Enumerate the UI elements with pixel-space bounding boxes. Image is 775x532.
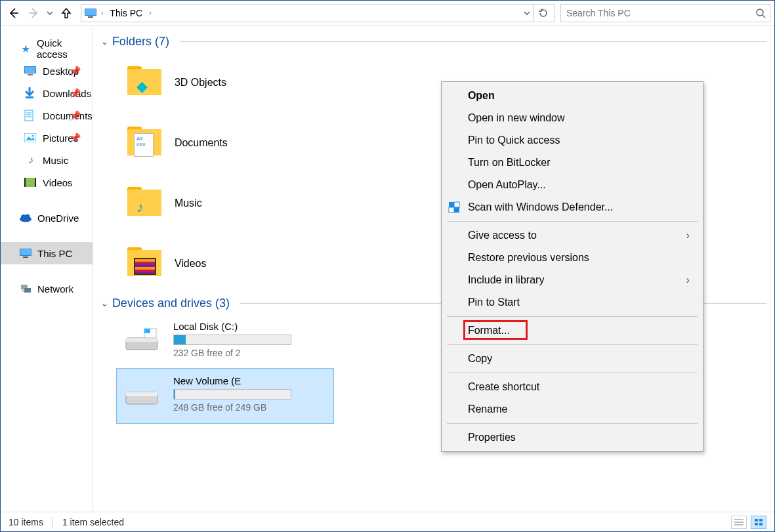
ctx-restore-versions[interactable]: Restore previous versions: [443, 247, 702, 269]
pin-icon: 📌: [70, 66, 81, 76]
ctx-open[interactable]: Open: [443, 85, 702, 107]
section-title: Folders (7): [112, 35, 169, 49]
chevron-down-icon: ⌄: [101, 298, 108, 308]
ctx-pin-start[interactable]: Pin to Start: [443, 291, 702, 314]
separator: [447, 344, 698, 345]
tree-label: Documents: [43, 110, 93, 121]
tree-label: Downloads: [43, 88, 91, 99]
nav-forward-button[interactable]: [24, 4, 43, 22]
svg-rect-42: [755, 519, 758, 522]
ctx-include-library[interactable]: Include in library ›: [443, 269, 702, 291]
address-bar[interactable]: › This PC ›: [81, 4, 555, 22]
status-bar: 10 items 1 item selected: [1, 512, 774, 531]
tree-pictures[interactable]: Pictures 📌: [1, 127, 93, 149]
drive-new-volume-e[interactable]: New Volume (E 248 GB free of 249 GB: [117, 369, 333, 423]
tree-onedrive[interactable]: OneDrive: [1, 207, 93, 229]
section-folders-header[interactable]: ⌄ Folders (7): [101, 35, 766, 49]
search-icon[interactable]: [755, 8, 766, 18]
folder-music[interactable]: ♪ Music: [127, 173, 291, 234]
svg-rect-2: [88, 16, 93, 18]
address-dropdown[interactable]: [523, 9, 531, 17]
breadcrumb-this-pc[interactable]: This PC: [107, 7, 145, 20]
svg-rect-9: [25, 110, 33, 121]
tree-label: Videos: [43, 177, 73, 188]
pin-icon: 📌: [70, 88, 81, 98]
svg-rect-17: [26, 178, 35, 187]
tree-label: Music: [43, 155, 68, 166]
network-icon: [19, 283, 32, 294]
search-input[interactable]: [565, 7, 755, 19]
context-menu: Open Open in new window Pin to Quick acc…: [441, 81, 703, 452]
cloud-icon: [19, 213, 32, 222]
ctx-open-new-window[interactable]: Open in new window: [443, 107, 702, 129]
ctx-create-shortcut[interactable]: Create shortcut: [443, 376, 702, 398]
nav-up-button[interactable]: [57, 4, 75, 22]
view-details-button[interactable]: [731, 516, 747, 529]
svg-rect-30: [126, 338, 157, 342]
separator: [447, 221, 698, 222]
svg-rect-38: [454, 207, 459, 213]
separator: [447, 423, 698, 424]
ctx-bitlocker[interactable]: Turn on BitLocker: [443, 152, 702, 174]
ctx-format[interactable]: Format...: [443, 319, 702, 342]
folder-documents[interactable]: A≡≡≡≡ Documents: [127, 113, 291, 173]
tree-network[interactable]: Network: [1, 277, 93, 300]
tree-music[interactable]: ♪ Music: [1, 149, 93, 171]
ctx-rename[interactable]: Rename: [443, 398, 702, 420]
svg-rect-44: [755, 523, 758, 525]
tree-label: Network: [37, 283, 73, 295]
pc-icon: [84, 8, 97, 18]
section-title: Devices and drives (3): [112, 297, 230, 310]
svg-rect-1: [85, 9, 96, 15]
drive-name: New Volume (E: [173, 375, 291, 386]
svg-point-22: [26, 215, 30, 219]
ctx-pin-quick-access[interactable]: Pin to Quick access: [443, 129, 702, 152]
separator: [447, 373, 698, 373]
content-pane: ⌄ Folders (7) ◆ 3D Objects A≡: [93, 26, 775, 512]
nav-recent-dropdown[interactable]: [44, 4, 56, 22]
tree-videos[interactable]: Videos: [1, 171, 93, 194]
folder-label: Music: [175, 197, 202, 209]
ctx-defender[interactable]: Scan with Windows Defender...: [443, 196, 702, 218]
pc-icon: [19, 248, 32, 258]
tree-this-pc[interactable]: This PC: [1, 242, 93, 264]
status-selection: 1 item selected: [62, 517, 124, 527]
svg-rect-32: [144, 329, 150, 333]
ctx-autoplay[interactable]: Open AutoPlay...: [443, 174, 702, 196]
tree-downloads[interactable]: Downloads 📌: [1, 82, 93, 104]
search-box[interactable]: [560, 4, 770, 22]
tree-desktop[interactable]: Desktop 📌: [1, 60, 93, 82]
shield-icon: [448, 201, 460, 213]
submenu-arrow-icon: ›: [686, 230, 690, 241]
svg-rect-19: [35, 178, 36, 187]
chevron-right-icon[interactable]: ›: [101, 9, 103, 16]
folder-icon: [127, 247, 164, 280]
svg-point-3: [757, 9, 763, 16]
music-icon: ♪: [24, 154, 37, 166]
tree-documents[interactable]: Documents 📌: [1, 104, 93, 127]
drive-free-text: 248 GB free of 249 GB: [173, 402, 291, 413]
nav-back-button[interactable]: [5, 4, 23, 22]
folder-videos[interactable]: Videos: [127, 234, 291, 294]
drive-free-text: 232 GB free of 2: [173, 348, 291, 358]
tree-label: OneDrive: [37, 213, 79, 224]
download-icon: [24, 87, 37, 99]
tree-quick-access[interactable]: ★ Quick access: [1, 37, 93, 60]
submenu-arrow-icon: ›: [686, 274, 690, 286]
folder-label: Documents: [175, 137, 228, 149]
folder-3d-objects[interactable]: ◆ 3D Objects: [127, 52, 291, 113]
svg-rect-7: [28, 74, 33, 75]
ctx-copy[interactable]: Copy: [443, 348, 702, 370]
chevron-right-icon[interactable]: ›: [149, 9, 151, 16]
refresh-button[interactable]: [534, 4, 552, 22]
ctx-give-access[interactable]: Give access to ›: [443, 224, 702, 247]
drive-local-c[interactable]: Local Disk (C:) 232 GB free of 2: [117, 314, 333, 369]
svg-rect-35: [449, 202, 454, 207]
navigation-pane: ★ Quick access Desktop 📌 Downloads 📌: [1, 26, 93, 512]
videos-icon: [24, 178, 37, 187]
star-icon: ★: [19, 43, 31, 55]
ctx-properties[interactable]: Properties: [443, 426, 702, 449]
svg-line-4: [763, 15, 765, 18]
svg-rect-45: [759, 523, 763, 525]
view-large-icons-button[interactable]: [751, 516, 766, 529]
